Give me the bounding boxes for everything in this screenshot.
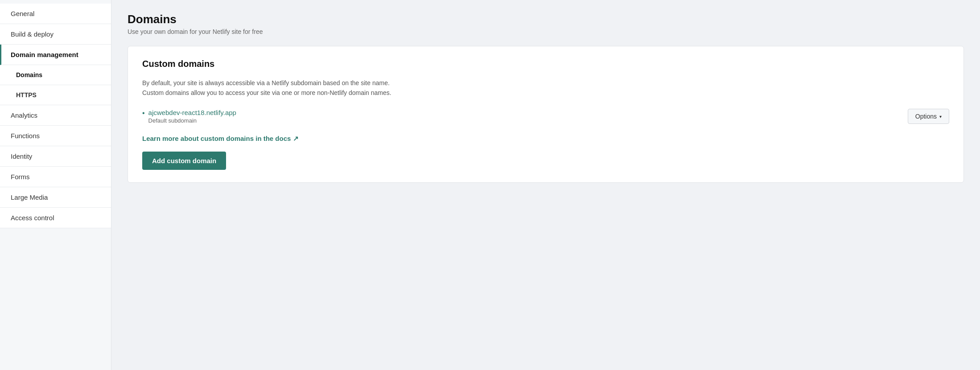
sidebar-item-forms[interactable]: Forms — [0, 167, 111, 187]
sidebar-item-domain-management[interactable]: Domain management — [0, 45, 111, 65]
sidebar-item-analytics[interactable]: Analytics — [0, 105, 111, 126]
custom-domains-card: Custom domains By default, your site is … — [128, 46, 964, 183]
app-layout: General Build & deploy Domain management… — [0, 0, 980, 370]
page-header: Domains Use your own domain for your Net… — [128, 12, 964, 35]
learn-more-section: Learn more about custom domains in the d… — [142, 135, 949, 152]
page-subtitle: Use your own domain for your Netlify sit… — [128, 28, 964, 35]
domain-link[interactable]: ajcwebdev-react18.netlify.app — [148, 109, 236, 116]
domain-details: ajcwebdev-react18.netlify.app Default su… — [148, 109, 236, 124]
sidebar-item-https[interactable]: HTTPS — [0, 85, 111, 105]
card-title: Custom domains — [142, 59, 949, 69]
chevron-down-icon: ▾ — [939, 114, 942, 119]
options-button[interactable]: Options ▾ — [908, 109, 949, 124]
domain-bullet-icon: • — [142, 109, 145, 117]
sidebar-item-general[interactable]: General — [0, 4, 111, 24]
card-description: By default, your site is always accessib… — [142, 78, 949, 98]
sidebar-item-domains[interactable]: Domains — [0, 65, 111, 85]
page-title: Domains — [128, 12, 964, 26]
sidebar-item-large-media[interactable]: Large Media — [0, 187, 111, 208]
sidebar-item-functions[interactable]: Functions — [0, 126, 111, 146]
sidebar-item-build-deploy[interactable]: Build & deploy — [0, 24, 111, 45]
domain-info: • ajcwebdev-react18.netlify.app Default … — [142, 109, 236, 124]
sidebar-item-access-control[interactable]: Access control — [0, 208, 111, 228]
main-content: Domains Use your own domain for your Net… — [111, 0, 980, 370]
sidebar: General Build & deploy Domain management… — [0, 0, 111, 370]
add-domain-section: Add custom domain — [142, 152, 949, 170]
domain-label: Default subdomain — [148, 117, 236, 124]
learn-more-link[interactable]: Learn more about custom domains in the d… — [142, 135, 299, 143]
add-custom-domain-button[interactable]: Add custom domain — [142, 152, 226, 170]
domain-entry: • ajcwebdev-react18.netlify.app Default … — [142, 109, 949, 124]
sidebar-item-identity[interactable]: Identity — [0, 146, 111, 167]
